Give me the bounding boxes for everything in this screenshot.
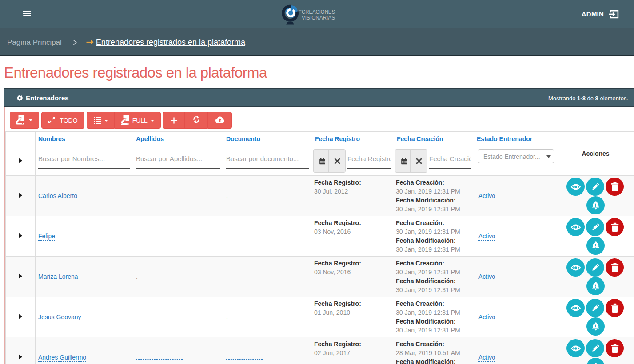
svg-text:CREACIONES: CREACIONES [302, 9, 335, 15]
svg-text:VISIONARIAS: VISIONARIAS [302, 15, 335, 21]
